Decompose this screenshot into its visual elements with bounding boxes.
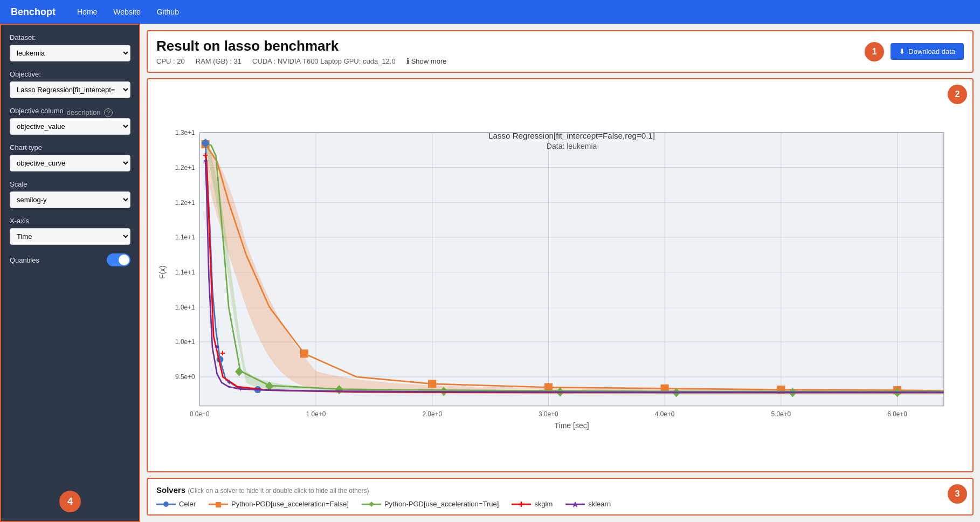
- svg-text:✦: ✦: [202, 156, 209, 166]
- result-info: Result on lasso benchmark CPU : 20 RAM (…: [156, 38, 446, 65]
- svg-text:✦: ✦: [213, 342, 220, 352]
- svg-text:1.2e+1: 1.2e+1: [175, 199, 195, 207]
- cuda-info: CUDA : NVIDIA T600 Laptop GPU: cuda_12.0: [252, 57, 396, 65]
- svg-marker-72: [572, 502, 578, 507]
- svg-rect-38: [428, 380, 436, 388]
- show-more-label: Show more: [411, 57, 447, 65]
- quantiles-toggle[interactable]: [107, 253, 130, 266]
- pgd-true-line-icon: [362, 500, 381, 508]
- main-layout: Dataset: leukemia Objective: Lasso Regre…: [0, 24, 980, 522]
- nav-home[interactable]: Home: [77, 8, 97, 16]
- sidebar: Dataset: leukemia Objective: Lasso Regre…: [0, 24, 140, 522]
- badge-2: 2: [948, 85, 967, 104]
- toggle-knob: [119, 255, 129, 265]
- chart-panel: 2: [147, 78, 974, 472]
- help-icon[interactable]: ?: [104, 108, 113, 117]
- chart-container: 1.3e+1 1.2e+1 1.2e+1 1.1e+1 1.1e+1 1.0e+…: [148, 79, 972, 471]
- svg-rect-37: [300, 349, 308, 358]
- solver-celer[interactable]: Celer: [156, 500, 196, 508]
- svg-text:1.1e+1: 1.1e+1: [175, 269, 195, 276]
- cpu-info: CPU : 20: [156, 57, 185, 65]
- ram-info: RAM (GB) : 31: [196, 57, 241, 65]
- pgd-false-line-icon: [209, 500, 228, 508]
- obj-col-label: Objective column: [10, 107, 64, 115]
- solver-sklearn[interactable]: sklearn: [565, 500, 611, 508]
- brand-logo: Benchopt: [11, 6, 56, 18]
- solvers-list: Celer Python-PGD[use_acceleration=False]: [156, 500, 964, 508]
- svg-text:5.0e+0: 5.0e+0: [771, 410, 791, 418]
- xaxis-select[interactable]: Time: [10, 228, 130, 245]
- chart-type-label: Chart type: [10, 143, 130, 152]
- celer-line-icon: [156, 500, 176, 508]
- svg-marker-67: [369, 502, 374, 507]
- badge-1: 1: [865, 42, 884, 61]
- objective-field: Objective: Lasso Regression[fit_intercep…: [10, 70, 130, 98]
- svg-text:6.0e+0: 6.0e+0: [887, 410, 907, 418]
- skglm-label: skglm: [534, 500, 553, 508]
- solvers-title: Solvers (Click on a solver to hide it or…: [156, 485, 964, 494]
- xaxis-label: X-axis: [10, 217, 130, 225]
- svg-text:9.5e+0: 9.5e+0: [175, 373, 195, 381]
- nav-github[interactable]: Github: [157, 8, 179, 16]
- pgd-false-label: Python-PGD[use_acceleration=False]: [231, 500, 349, 508]
- result-header-panel: Result on lasso benchmark CPU : 20 RAM (…: [147, 30, 974, 73]
- solver-pgd-true[interactable]: Python-PGD[use_acceleration=True]: [362, 500, 499, 508]
- svg-text:Data: leukemia: Data: leukemia: [547, 142, 597, 150]
- svg-text:0.0e+0: 0.0e+0: [190, 410, 210, 418]
- chart-svg: 1.3e+1 1.2e+1 1.2e+1 1.1e+1 1.1e+1 1.0e+…: [153, 85, 967, 471]
- skglm-line-icon: [512, 500, 531, 508]
- obj-col-row: Objective column description ?: [10, 107, 130, 118]
- download-label: Download data: [908, 47, 955, 56]
- svg-text:3.0e+0: 3.0e+0: [539, 410, 558, 418]
- result-meta: CPU : 20 RAM (GB) : 31 CUDA : NVIDIA T60…: [156, 57, 446, 65]
- quantiles-row: Quantiles: [10, 253, 130, 266]
- scale-select[interactable]: semilog-y: [10, 191, 130, 208]
- result-title: Result on lasso benchmark: [156, 38, 446, 54]
- scale-label: Scale: [10, 180, 130, 188]
- dataset-field: Dataset: leukemia: [10, 33, 130, 61]
- download-button[interactable]: ⬇ Download data: [891, 43, 964, 60]
- svg-text:2.0e+0: 2.0e+0: [422, 410, 442, 418]
- header-right: 1 ⬇ Download data: [865, 42, 964, 61]
- badge-4: 4: [59, 491, 81, 512]
- solver-pgd-false[interactable]: Python-PGD[use_acceleration=False]: [209, 500, 349, 508]
- svg-point-52: [202, 140, 209, 147]
- svg-text:1.0e+1: 1.0e+1: [175, 338, 195, 346]
- svg-rect-0: [199, 133, 944, 406]
- svg-text:1.2e+1: 1.2e+1: [175, 164, 195, 171]
- svg-point-63: [163, 502, 169, 507]
- solvers-hint: (Click on a solver to hide it or double …: [188, 487, 369, 494]
- xaxis-field: X-axis Time: [10, 217, 130, 245]
- svg-text:4.0e+0: 4.0e+0: [655, 410, 675, 418]
- nav-website[interactable]: Website: [113, 8, 140, 16]
- objective-select[interactable]: Lasso Regression[fit_intercept=: [10, 81, 130, 98]
- chart-type-field: Chart type objective_curve: [10, 143, 130, 171]
- svg-text:Time [sec]: Time [sec]: [555, 421, 589, 430]
- show-more-button[interactable]: ℹ Show more: [406, 57, 447, 65]
- svg-text:Lasso Regression[fit_intercept: Lasso Regression[fit_intercept=False,reg…: [488, 131, 655, 140]
- obj-col-field: Objective column description ? objective…: [10, 107, 130, 135]
- solvers-panel: 3 Solvers (Click on a solver to hide it …: [147, 478, 974, 516]
- objective-label: Objective:: [10, 70, 130, 78]
- quantiles-label: Quantiles: [10, 256, 39, 264]
- pgd-true-label: Python-PGD[use_acceleration=True]: [384, 500, 499, 508]
- sklearn-label: sklearn: [588, 500, 611, 508]
- svg-text:✦: ✦: [237, 384, 244, 393]
- celer-label: Celer: [179, 500, 196, 508]
- solver-skglm[interactable]: skglm: [512, 500, 553, 508]
- sklearn-line-icon: [565, 500, 585, 508]
- dataset-select[interactable]: leukemia: [10, 45, 130, 61]
- scale-field: Scale semilog-y: [10, 180, 130, 208]
- badge-3: 3: [948, 484, 967, 504]
- svg-text:1.1e+1: 1.1e+1: [175, 233, 195, 241]
- content-area: Result on lasso benchmark CPU : 20 RAM (…: [140, 24, 980, 522]
- svg-text:1.0e+1: 1.0e+1: [175, 304, 195, 311]
- chart-type-select[interactable]: objective_curve: [10, 155, 130, 171]
- download-icon: ⬇: [899, 47, 905, 56]
- svg-text:1.3e+1: 1.3e+1: [175, 129, 195, 136]
- description-label: description: [67, 108, 101, 116]
- dataset-label: Dataset:: [10, 33, 130, 42]
- svg-text:✦: ✦: [226, 377, 233, 387]
- obj-col-select[interactable]: objective_value: [10, 118, 130, 135]
- svg-text:+: +: [220, 347, 225, 358]
